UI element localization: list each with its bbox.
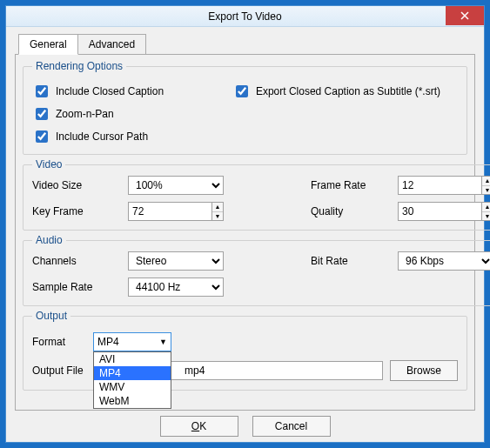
format-value: MP4 [97,336,119,348]
chevron-down-icon: ▼ [159,338,167,346]
titlebar: Export To Video [6,6,484,27]
export-cc-srt-input[interactable] [236,85,248,97]
format-options-list: AVI MP4 WMV WebM [93,351,171,409]
format-option-avi[interactable]: AVI [94,352,171,366]
channels-label: Channels [32,255,128,267]
frame-rate-label: Frame Rate [311,179,398,191]
zoom-n-pan-checkbox[interactable]: Zoom-n-Pan [32,105,114,123]
format-option-wmv[interactable]: WMV [94,380,171,394]
output-file-label: Output File [32,364,86,377]
audio-legend: Audio [32,234,66,246]
tabstrip: General Advanced [15,34,475,55]
browse-label: Browse [406,364,441,377]
window-title: Export To Video [6,10,484,23]
key-frame-label: Key Frame [32,205,128,217]
export-cc-srt-label: Export Closed Caption as Subtitle (*.srt… [256,85,440,97]
video-size-label: Video Size [32,179,128,191]
tab-advanced[interactable]: Advanced [77,34,146,55]
format-label: Format [32,336,86,348]
output-group: Output Format MP4 ▼ AVI MP4 WMV WebM [23,310,467,391]
zoom-n-pan-input[interactable] [36,108,48,120]
include-cursor-label: Include Cursor Path [56,130,148,143]
bit-rate-select[interactable]: 96 Kbps [398,251,490,271]
zoom-n-pan-label: Zoom-n-Pan [56,108,114,120]
export-dialog: Export To Video General Advanced Renderi… [5,5,485,443]
video-size-select[interactable]: 100% [128,176,224,195]
browse-button[interactable]: Browse [390,360,458,381]
export-cc-srt-checkbox[interactable]: Export Closed Caption as Subtitle (*.srt… [232,83,440,100]
frame-rate-spinner[interactable]: ▲▼ [481,176,490,195]
content-area: General Advanced Rendering Options Inclu… [6,27,484,442]
output-legend: Output [32,310,70,322]
key-frame-spinner[interactable]: ▲▼ [211,202,224,221]
format-option-webm[interactable]: WebM [94,394,171,408]
bit-rate-label: Bit Rate [311,255,398,267]
close-button[interactable] [446,6,484,25]
video-legend: Video [32,158,65,171]
rendering-group: Rendering Options Include Closed Caption… [23,60,467,155]
frame-rate-input[interactable] [398,176,481,195]
quality-label: Quality [311,205,398,217]
sample-rate-select[interactable]: 44100 Hz [128,277,224,297]
rendering-legend: Rendering Options [32,60,126,72]
video-group: Video Video Size 100% Frame Rate ▲▼ Key … [23,158,490,231]
quality-input[interactable] [398,202,481,221]
tab-general[interactable]: General [18,34,78,55]
close-icon [460,11,469,20]
key-frame-input[interactable] [128,202,211,221]
sample-rate-label: Sample Rate [32,281,128,293]
include-cc-checkbox[interactable]: Include Closed Caption [32,83,164,100]
tab-panel: Rendering Options Include Closed Caption… [15,54,475,411]
audio-group: Audio Channels Stereo Bit Rate 96 Kbps S… [23,234,490,306]
include-cc-input[interactable] [36,85,48,97]
dialog-buttons: OK Cancel [15,411,475,437]
channels-select[interactable]: Stereo [128,251,224,271]
cancel-label: Cancel [275,420,307,432]
include-cursor-input[interactable] [36,130,48,143]
include-cursor-checkbox[interactable]: Include Cursor Path [32,128,148,145]
include-cc-label: Include Closed Caption [56,85,164,97]
format-option-mp4[interactable]: MP4 [94,366,171,380]
tab-general-label: General [30,38,67,50]
ok-button[interactable]: OK [160,416,238,437]
quality-spinner[interactable]: ▲▼ [481,202,490,221]
cancel-button[interactable]: Cancel [252,416,331,437]
tab-advanced-label: Advanced [89,38,135,50]
format-dropdown[interactable]: MP4 ▼ AVI MP4 WMV WebM [93,332,171,351]
